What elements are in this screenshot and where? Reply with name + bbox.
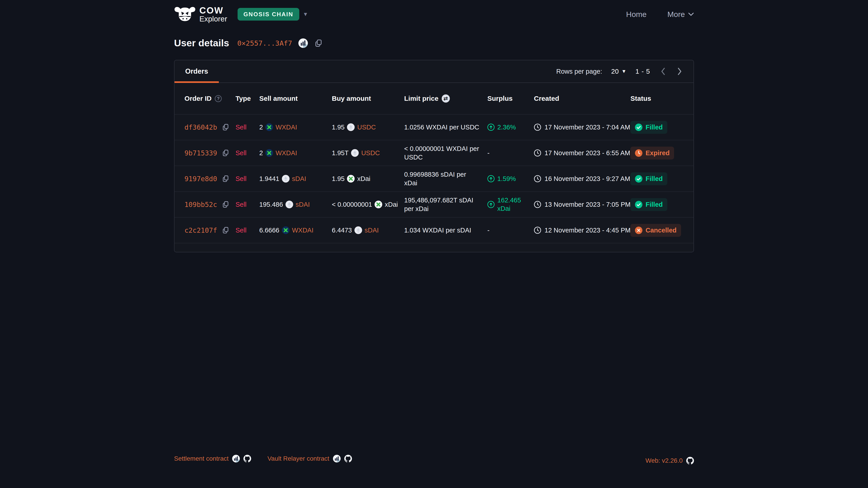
copy-icon[interactable]	[222, 175, 229, 183]
buy-token-native: xDai	[357, 175, 370, 183]
logo-text: COW Explorer	[199, 6, 227, 23]
created-value: 12 November 2023 - 4:45 PM	[545, 227, 630, 234]
vault-relayer-contract-link[interactable]: Vault Relayer contract	[268, 455, 329, 462]
nav-home-label: Home	[626, 10, 647, 19]
created-value: 16 November 2023 - 9:27 AM	[545, 175, 630, 183]
table-row: 9197e8d0 Sell 1.9441 sDAI 1.95 xDai 0.	[175, 166, 693, 192]
order-id-link[interactable]: c2c2107f	[184, 226, 217, 234]
order-type: Sell	[236, 175, 246, 182]
col-type-label: Type	[236, 95, 251, 102]
user-address: 0×2557...3Af7	[237, 39, 292, 47]
page-title-row: User details 0×2557...3Af7	[174, 37, 694, 48]
sell-token-link[interactable]: WXDAI	[292, 227, 313, 234]
page-footer: Settlement contract Vault Relayer contra…	[0, 453, 868, 488]
buy-token-link[interactable]: sDAI	[365, 227, 379, 234]
buy-token-link[interactable]: USDC	[361, 149, 380, 157]
limit-price: 0.99698836 sDAI per xDai	[404, 170, 487, 188]
check-circle-icon	[635, 201, 643, 208]
sell-token-link[interactable]: WXDAI	[276, 149, 297, 157]
order-id-link[interactable]: 9b715339	[184, 149, 217, 157]
github-icon[interactable]	[243, 455, 251, 462]
created: 13 November 2023 - 7:05 PM	[534, 201, 630, 208]
status-badge: Filled	[630, 121, 667, 134]
blockscout-link-icon[interactable]	[232, 455, 240, 462]
clock-icon	[534, 227, 541, 234]
col-surplus-label: Surplus	[487, 95, 513, 102]
next-page-button[interactable]	[676, 66, 684, 76]
top-navigation-bar: COW Explorer GNOSIS CHAIN ▼ Home More	[0, 0, 868, 23]
buy-amount-value: 1.95	[332, 175, 344, 183]
created: 12 November 2023 - 4:45 PM	[534, 227, 630, 234]
copy-address-icon[interactable]	[314, 39, 323, 47]
main-content: User details 0×2557...3Af7 Orders Rows p…	[0, 23, 868, 453]
logo-title: COW	[199, 6, 227, 15]
sell-token-link[interactable]: WXDAI	[276, 124, 297, 131]
generic-token-icon	[354, 226, 362, 234]
order-id-link[interactable]: 9197e8d0	[184, 175, 217, 183]
status-badge: Filled	[630, 172, 667, 185]
pagination-controls: Rows per page: 20 ▼ 1 - 5	[556, 66, 693, 76]
page-title: User details	[174, 37, 229, 48]
blockscout-link-icon[interactable]	[333, 455, 341, 462]
created-value: 13 November 2023 - 7:05 PM	[545, 201, 630, 208]
settlement-contract-link[interactable]: Settlement contract	[174, 455, 228, 462]
status-label: Cancelled	[646, 227, 677, 234]
created-value: 17 November 2023 - 7:04 AM	[545, 124, 630, 131]
web-version: Web: v2.26.0	[646, 457, 683, 464]
order-type: Sell	[236, 149, 246, 157]
surplus-up-icon	[487, 175, 495, 182]
col-sell-amount-label: Sell amount	[259, 95, 298, 102]
copy-icon[interactable]	[222, 123, 229, 131]
network-selector-badge[interactable]: GNOSIS CHAIN	[238, 8, 299, 21]
nav-item-more[interactable]: More	[668, 10, 694, 19]
buy-token-native: xDai	[385, 201, 398, 208]
nav-item-home[interactable]: Home	[626, 10, 647, 19]
status-badge: Expired	[630, 147, 674, 160]
footer-contract-links: Settlement contract Vault Relayer contra…	[174, 455, 352, 462]
surplus: -	[487, 149, 534, 158]
sell-token-link[interactable]: sDAI	[292, 175, 306, 183]
col-created: Created	[534, 95, 630, 102]
wxdai-token-icon	[266, 149, 273, 157]
generic-token-icon	[351, 149, 359, 157]
cow-head-icon	[174, 6, 196, 22]
limit-price: 1.0256 WXDAI per USDC	[404, 123, 487, 132]
buy-amount-value: < 0.00000001	[332, 201, 372, 208]
wxdai-token-icon	[266, 123, 273, 131]
prev-page-button[interactable]	[659, 66, 667, 76]
network-caret-down-icon[interactable]: ▼	[303, 11, 308, 18]
copy-icon[interactable]	[222, 149, 229, 157]
help-icon[interactable]: ?	[215, 95, 222, 102]
tab-orders[interactable]: Orders	[175, 60, 219, 83]
sell-token-link[interactable]: sDAI	[296, 201, 310, 208]
col-sell-amount: Sell amount	[259, 95, 332, 102]
github-icon[interactable]	[344, 455, 352, 462]
copy-icon[interactable]	[222, 226, 229, 234]
order-type: Sell	[236, 227, 246, 234]
settlement-contract-group: Settlement contract	[174, 455, 251, 462]
col-status-label: Status	[630, 95, 651, 102]
blockscout-link-icon[interactable]	[298, 38, 308, 48]
copy-icon[interactable]	[222, 201, 229, 208]
created: 16 November 2023 - 9:27 AM	[534, 175, 630, 183]
rows-per-page-select[interactable]: 20 ▼	[611, 68, 626, 75]
sell-amount-value: 195.486	[259, 201, 283, 208]
order-id-link[interactable]: 109bb52c	[184, 201, 217, 208]
col-limit-price-label: Limit price	[404, 95, 438, 102]
footer-version-group: Web: v2.26.0	[646, 457, 694, 464]
order-id-link[interactable]: df36042b	[184, 123, 217, 131]
buy-amount-value: 1.95T	[332, 149, 348, 157]
rows-per-page-label: Rows per page:	[556, 68, 602, 75]
check-circle-icon	[635, 124, 643, 131]
cow-explorer-logo[interactable]: COW Explorer	[174, 6, 227, 23]
invert-price-icon[interactable]: ⇄	[442, 94, 450, 103]
table-row: df36042b Sell 2 WXDAI 1.95 USDC 1.0256	[175, 115, 693, 140]
surplus-value: 1.59%	[497, 175, 516, 183]
page-root: COW Explorer GNOSIS CHAIN ▼ Home More Us…	[0, 0, 868, 488]
col-type: Type	[236, 95, 259, 102]
buy-token-link[interactable]: USDC	[357, 124, 376, 131]
github-icon[interactable]	[686, 457, 694, 464]
main-nav: Home More	[626, 10, 694, 19]
chevron-down-icon	[688, 12, 694, 16]
surplus-up-icon	[487, 124, 495, 131]
